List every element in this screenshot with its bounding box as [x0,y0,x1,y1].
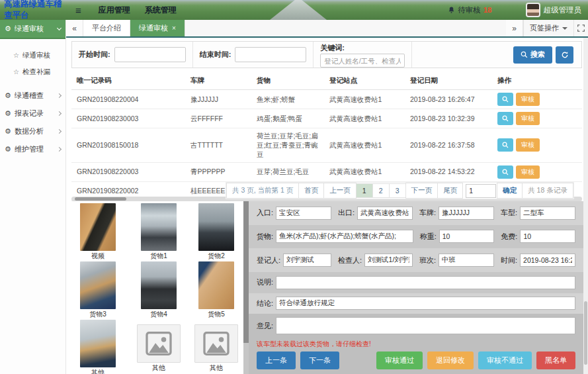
sidebar-subitem-green-review[interactable]: ☆ 绿通审核 [0,47,65,64]
tab-label: 平台介绍 [92,23,121,33]
time-input[interactable] [520,254,575,267]
cell-plate: 吉TTTTTT [185,138,251,152]
gallery-item-goods3[interactable]: 货物3 [80,261,116,320]
start-time-input[interactable] [114,47,186,62]
free-input[interactable] [520,230,575,243]
return-for-revision-button[interactable]: 退回修改 [427,351,474,369]
blacklist-button[interactable]: 黑名单 [536,351,575,369]
pagination-confirm-button[interactable]: 确定 [497,183,523,199]
tabs-scroll-right-button[interactable]: » [506,20,523,36]
keyword-input[interactable] [320,54,405,68]
video-thumbnail[interactable] [80,203,116,251]
end-time-input[interactable] [235,47,306,62]
table-row: GRN201908230003 云FFFFFF 鸡蛋;鹅蛋;鸭蛋 武黄高速收费站… [71,109,582,128]
avatar[interactable] [526,3,540,17]
approve-button[interactable]: 审核通过 [376,351,423,369]
sidebar-item-maintenance[interactable]: ⚙ 维护管理 [0,140,65,158]
gallery-item-other2[interactable]: 其他 [137,320,181,374]
goods-photo-thumbnail[interactable] [141,261,177,309]
refresh-button[interactable] [556,46,573,64]
pagination-page-1[interactable]: 1 [356,183,373,198]
review-button[interactable]: 审核 [516,93,540,106]
gallery-item-other1[interactable]: 其他 [80,320,116,374]
search-button[interactable]: 搜索 [513,46,552,64]
exit-label: 出口: [338,208,355,218]
registrar-input[interactable] [283,254,331,267]
nav-app-management[interactable]: 应用管理 [99,5,130,16]
menu-toggle-icon[interactable]: ≡ [75,5,81,16]
pagination-goto-input[interactable] [466,184,496,198]
tabs-scroll-left-button[interactable]: « [66,20,83,36]
review-button[interactable]: 审核 [516,165,540,179]
gallery-item-goods5[interactable]: 货物5 [198,261,234,320]
pagination-page-2[interactable]: 2 [372,183,390,198]
tab-platform-intro[interactable]: 平台介绍 [83,20,130,36]
time-label: 时间: [501,256,517,265]
plate-input[interactable] [439,207,494,220]
goods-photo-thumbnail[interactable] [141,203,177,251]
star-icon: ☆ [13,69,19,75]
pagination-next-button[interactable]: 下一页 [405,183,439,199]
goods-input[interactable] [276,230,413,243]
tab-green-review[interactable]: 绿通审核 × [130,20,185,36]
view-detail-button[interactable] [497,138,513,152]
other-photo-thumbnail[interactable] [80,320,116,367]
sidebar-subitem-inspection-patch[interactable]: ☆ 检查补漏 [0,64,65,80]
search-icon [521,51,528,58]
gallery-item-video[interactable]: 视频 [80,203,116,261]
goods-label: 货物: [257,232,273,242]
view-detail-button[interactable] [497,112,513,125]
review-button[interactable]: 审核 [516,112,540,125]
sidebar-item-report-records[interactable]: ⚙ 报表记录 [0,105,65,122]
reject-button[interactable]: 审核不通过 [478,351,532,369]
pagination-last-button[interactable]: 尾页 [437,183,463,199]
view-detail-button[interactable] [497,165,513,179]
close-icon[interactable]: × [172,25,176,32]
main-content: 开始时间: 结束时间: 关键词: 搜索 [66,38,583,374]
gallery-item-other3[interactable]: 其他 [194,320,238,374]
cell-actions: 审核 [492,136,582,154]
nav-system-management[interactable]: 系统管理 [145,5,177,16]
gallery-item-goods2[interactable]: 货物2 [198,203,234,261]
gallery-item-goods1[interactable]: 货物1 [141,203,177,261]
detail-row-3: 登记人: 检查人: 班次: 时间: [249,248,583,272]
weight-input[interactable] [439,230,495,243]
gallery-item-goods4[interactable]: 货物4 [141,261,177,320]
shift-input[interactable] [439,254,494,267]
tab-operations-dropdown[interactable]: 页签操作 [523,20,573,36]
fullscreen-button[interactable] [573,20,588,36]
chevron-down-icon [57,26,62,30]
conclusion-input[interactable] [276,297,575,310]
pending-review-notification[interactable]: 待审核 18 [448,5,491,15]
current-user-name[interactable]: 超级管理员 [544,5,582,15]
next-record-button[interactable]: 下一条 [300,351,339,369]
sidebar-item-green-inspection[interactable]: ⚙ 绿通稽查 [0,87,65,105]
sidebar-item-green-review[interactable]: ⚙ 绿通审核 [0,20,65,39]
goods-photo-thumbnail[interactable] [198,203,234,251]
horizontal-scrollbar-handle[interactable] [75,197,126,201]
vertical-scrollbar[interactable] [243,201,249,374]
vertical-scrollbar-handle[interactable] [243,201,249,343]
goods-photo-thumbnail[interactable] [80,261,116,309]
review-button[interactable]: 审核 [516,138,540,152]
cell-goods: 鸡蛋;鹅蛋;鸭蛋 [251,111,324,126]
sidebar-item-data-analysis[interactable]: ⚙ 数据分析 [0,122,65,140]
pagination-page-3[interactable]: 3 [389,183,406,198]
note-input[interactable] [276,276,575,289]
app-window: 高速路绿通车稽查平台 ≡ 应用管理 系统管理 待审核 18 超级管理员 ⚙ 绿通… [0,0,588,374]
inspector-input[interactable] [364,254,413,267]
exit-input[interactable] [357,207,413,220]
pagination-prev-button[interactable]: 上一页 [323,183,357,199]
view-detail-button[interactable] [497,93,513,106]
sidebar-item-label: 绿通审核 [15,24,44,34]
goods-photo-thumbnail[interactable] [198,261,234,309]
previous-record-button[interactable]: 上一条 [257,351,296,369]
vehicle-warning-message: 该车型未装载过该类货物，请仔细检查! [249,338,583,350]
opinion-textarea[interactable] [276,317,575,334]
page-scrollbar[interactable] [583,38,588,374]
entrance-input[interactable] [276,207,331,220]
bell-icon [448,6,455,14]
page-scrollbar-handle[interactable] [584,301,587,365]
vehicle-type-input[interactable] [520,207,575,220]
pagination-first-button[interactable]: 首页 [298,183,324,199]
